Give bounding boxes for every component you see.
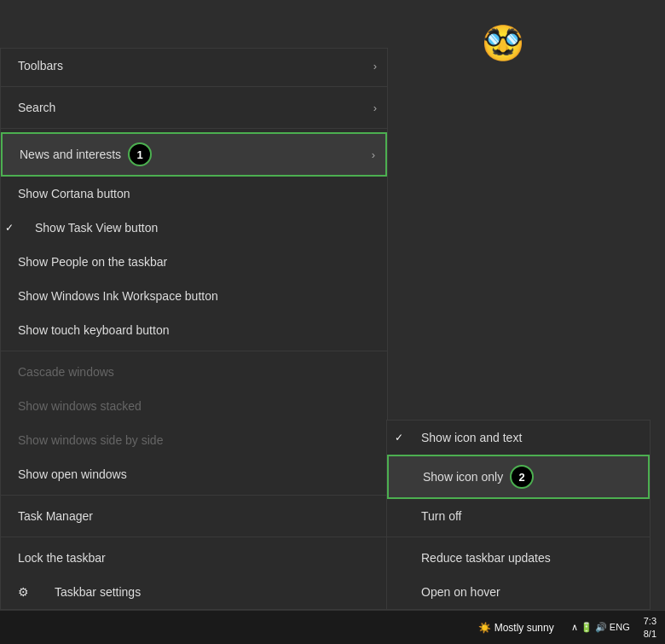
menu-item-cascade-windows: Cascade windows [1, 355, 387, 389]
submenu-separator [387, 537, 650, 537]
menu-item-show-touch-keyboard[interactable]: Show touch keyboard button [1, 313, 387, 347]
submenu: ✓Show icon and textShow icon only2Turn o… [386, 420, 651, 610]
separator-12 [1, 495, 387, 496]
weather-text: Mostly sunny [494, 622, 554, 634]
menu-label-show-windows-side: Show windows side by side [18, 433, 163, 447]
menu-label-lock-taskbar: Lock the taskbar [18, 551, 106, 565]
taskbar-right: ☀️ Mostly sunny ∧ 🔋 🔊 ENG 7:3 8/1 [470, 611, 665, 644]
menu-item-show-cortana[interactable]: Show Cortana button [1, 177, 387, 211]
menu-item-task-manager[interactable]: Task Manager [1, 499, 387, 533]
menu-label-cascade-windows: Cascade windows [18, 365, 114, 379]
menu-label-show-people: Show People on the taskbar [18, 255, 167, 269]
submenu-item-reduce-taskbar-updates[interactable]: Reduce taskbar updates [387, 541, 650, 575]
gear-icon: ⚙ [18, 585, 29, 599]
separator-13 [1, 537, 387, 537]
separator-2 [1, 128, 387, 129]
separator-1 [1, 86, 387, 87]
menu-item-show-windows-side: Show windows side by side [1, 423, 387, 457]
step-badge-2: 2 [510, 465, 534, 489]
submenu-label-turn-off: Turn off [421, 509, 461, 523]
menu-item-show-windows-stacked: Show windows stacked [1, 389, 387, 423]
avatar: 🥸 [477, 17, 529, 68]
menu-item-show-people[interactable]: Show People on the taskbar [1, 245, 387, 279]
submenu-item-show-icon-only[interactable]: Show icon only2 [387, 455, 650, 499]
submenu-label-reduce-taskbar-updates: Reduce taskbar updates [421, 551, 551, 565]
menu-label-show-open-windows: Show open windows [18, 467, 127, 481]
menu-item-show-task-view[interactable]: ✓Show Task View button [1, 211, 387, 245]
context-menu: Toolbars›Search›News and interests1›Show… [0, 48, 388, 610]
taskbar: ☀️ Mostly sunny ∧ 🔋 🔊 ENG 7:3 8/1 [0, 610, 665, 644]
submenu-label-show-icon-only: Show icon only [423, 470, 503, 484]
separator-8 [1, 351, 387, 351]
menu-label-taskbar-settings: Taskbar settings [55, 585, 141, 599]
menu-label-show-cortana: Show Cortana button [18, 187, 130, 200]
weather-widget[interactable]: ☀️ Mostly sunny [470, 622, 562, 634]
menu-item-taskbar-settings[interactable]: ⚙Taskbar settings [1, 575, 387, 609]
taskbar-clock[interactable]: 7:3 8/1 [639, 615, 662, 640]
menu-label-toolbars: Toolbars [18, 59, 63, 73]
menu-item-show-windows-ink[interactable]: Show Windows Ink Workspace button [1, 279, 387, 313]
clock-time: 7:3 [644, 615, 656, 627]
step-badge-1: 1 [128, 142, 152, 166]
menu-item-search[interactable]: Search› [1, 90, 387, 125]
clock-date: 8/1 [644, 628, 656, 640]
menu-label-show-task-view: Show Task View button [35, 221, 158, 235]
submenu-item-turn-off[interactable]: Turn off [387, 499, 650, 533]
submenu-item-open-on-hover[interactable]: Open on hover [387, 575, 650, 609]
menu-label-news-and-interests: News and interests [20, 148, 121, 161]
menu-item-news-and-interests[interactable]: News and interests1› [1, 132, 387, 177]
menu-item-lock-taskbar[interactable]: Lock the taskbar [1, 541, 387, 575]
arrow-search: › [373, 102, 377, 114]
submenu-label-open-on-hover: Open on hover [421, 585, 500, 599]
menu-label-show-touch-keyboard: Show touch keyboard button [18, 323, 169, 337]
arrow-toolbars: › [373, 60, 377, 73]
menu-label-show-windows-stacked: Show windows stacked [18, 399, 142, 413]
menu-item-show-open-windows[interactable]: Show open windows [1, 457, 387, 491]
submenu-check-show-icon-and-text: ✓ [390, 432, 408, 444]
tray-icons: ∧ 🔋 🔊 ENG [571, 622, 630, 633]
arrow-news-and-interests: › [372, 148, 375, 161]
system-tray-icons[interactable]: ∧ 🔋 🔊 ENG [566, 622, 635, 633]
menu-item-toolbars[interactable]: Toolbars› [1, 49, 387, 83]
weather-icon: ☀️ [478, 622, 491, 634]
submenu-item-show-icon-and-text[interactable]: ✓Show icon and text [387, 421, 650, 455]
submenu-label-show-icon-and-text: Show icon and text [421, 431, 522, 444]
menu-label-search: Search [18, 101, 55, 114]
checkmark-show-task-view: ✓ [1, 222, 18, 234]
menu-label-task-manager: Task Manager [18, 509, 93, 523]
menu-label-show-windows-ink: Show Windows Ink Workspace button [18, 289, 218, 303]
